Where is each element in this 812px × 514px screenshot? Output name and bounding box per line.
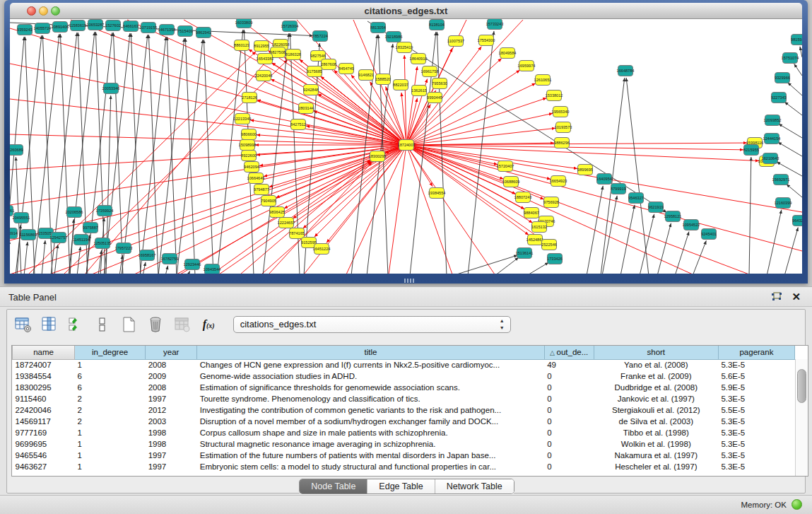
graph-node[interactable]: 18807243 bbox=[514, 192, 532, 203]
cell-pagerank[interactable]: 5.3E-5 bbox=[718, 359, 794, 370]
graph-node[interactable]: 11451194 bbox=[73, 235, 90, 245]
cell-pagerank[interactable]: 5.3E-5 bbox=[718, 461, 794, 472]
table-row[interactable]: 911546021997Tourette syndrome. Phenomeno… bbox=[13, 393, 795, 404]
graph-node[interactable]: 9836425 bbox=[269, 207, 285, 218]
cell-title[interactable]: Changes of HCN gene expression and I(f) … bbox=[197, 359, 544, 370]
cell-short[interactable]: Dudbridge et al. (2008) bbox=[594, 382, 718, 393]
graph-node[interactable]: 20053346 bbox=[102, 83, 120, 94]
cell-year[interactable]: 2008 bbox=[146, 359, 197, 370]
graph-node[interactable]: 8186328 bbox=[286, 49, 301, 60]
graph-node[interactable]: 15136141 bbox=[516, 248, 534, 259]
cell-title[interactable]: Estimation of the future numbers of pati… bbox=[197, 450, 544, 461]
cell-out_degree[interactable]: 0 bbox=[544, 450, 594, 461]
graph-node[interactable]: 11156869 bbox=[20, 230, 37, 240]
graph-node[interactable]: 3915914 bbox=[10, 228, 18, 239]
cell-out_degree[interactable]: 0 bbox=[544, 393, 594, 404]
graph-node[interactable]: 19218986 bbox=[385, 32, 403, 42]
graph-node[interactable]: 18640910 bbox=[410, 54, 428, 64]
cell-out_degree[interactable]: 0 bbox=[544, 382, 594, 393]
cell-pagerank[interactable]: 5.3E-5 bbox=[718, 393, 794, 404]
table-settings-button[interactable] bbox=[13, 314, 34, 335]
cell-title[interactable]: Embryonic stem cells: a model to study s… bbox=[197, 461, 544, 472]
graph-node[interactable]: 12444154 bbox=[763, 134, 781, 144]
cell-name[interactable]: 19384554 bbox=[13, 370, 75, 382]
graph-node[interactable]: 9359243 bbox=[17, 25, 33, 35]
graph-node[interactable]: 17957223 bbox=[115, 243, 133, 254]
graph-node[interactable]: 20206586 bbox=[66, 207, 83, 218]
graph-node[interactable]: 16782759 bbox=[161, 254, 179, 264]
cell-name[interactable]: 9465546 bbox=[13, 450, 75, 461]
graph-node[interactable]: 9546327 bbox=[628, 193, 644, 204]
graph-node[interactable]: 12958121 bbox=[664, 211, 682, 222]
graph-node[interactable]: 9621919 bbox=[648, 202, 664, 213]
graph-node[interactable]: 16958167 bbox=[139, 250, 156, 261]
graph-node[interactable]: 9899695 bbox=[577, 165, 593, 175]
graph-node[interactable]: 17554300 bbox=[478, 35, 495, 46]
table-row[interactable]: 946362711997Embryonic stem cells: a mode… bbox=[13, 461, 795, 472]
graph-node[interactable]: 11007537 bbox=[447, 36, 464, 47]
tab-network-table[interactable]: Network Table bbox=[435, 479, 514, 493]
cell-title[interactable]: Corpus callosum shape and size in male p… bbox=[197, 427, 544, 438]
cell-year[interactable]: 2008 bbox=[146, 382, 197, 393]
graph-node[interactable]: 9227343 bbox=[771, 93, 787, 103]
graph-node[interactable]: 12610651 bbox=[534, 75, 552, 86]
cell-name[interactable]: 9115460 bbox=[13, 393, 75, 404]
network-canvas[interactable]: 1872400788601238912955182260589827508165… bbox=[10, 19, 802, 274]
cell-name[interactable]: 9699695 bbox=[13, 438, 75, 450]
cell-year[interactable]: 1997 bbox=[146, 450, 197, 461]
new-table-button[interactable] bbox=[119, 314, 140, 335]
graph-node[interactable]: 2522546 bbox=[541, 240, 557, 250]
table-row[interactable]: 1872400712008Changes of HCN gene express… bbox=[13, 359, 795, 370]
node-table[interactable]: namein_degreeyeartitle△ out_de...shortpa… bbox=[12, 346, 795, 472]
graph-node[interactable]: 7857224 bbox=[312, 31, 328, 42]
graph-node[interactable]: 8215955 bbox=[743, 145, 759, 156]
cell-pagerank[interactable]: 5.3E-5 bbox=[718, 438, 794, 450]
graph-node[interactable]: 1588520 bbox=[375, 74, 391, 85]
graph-node[interactable]: 16543382 bbox=[257, 54, 274, 64]
cell-short[interactable]: Hescheler et al. (1997) bbox=[594, 461, 718, 472]
cell-pagerank[interactable]: 5.9E-5 bbox=[718, 382, 794, 393]
graph-node[interactable]: 1527602 bbox=[105, 21, 121, 31]
graph-node[interactable]: 9862941 bbox=[196, 28, 211, 38]
graph-node[interactable]: 8922600 bbox=[241, 151, 257, 161]
graph-node[interactable]: 7874165 bbox=[289, 228, 305, 239]
row-height-button[interactable] bbox=[92, 314, 113, 335]
graph-node[interactable]: 8813054 bbox=[370, 23, 386, 33]
table-row[interactable]: 1456911722003Disruption of a novel membe… bbox=[13, 416, 795, 427]
column-header-name[interactable]: name bbox=[13, 346, 75, 359]
graph-node[interactable]: 8912955 bbox=[254, 41, 269, 52]
cell-year[interactable]: 1997 bbox=[146, 393, 197, 404]
cell-name[interactable]: 22420046 bbox=[13, 404, 75, 416]
cell-out_degree[interactable]: 0 bbox=[544, 461, 594, 472]
cell-in_degree[interactable]: 1 bbox=[75, 438, 146, 450]
table-row[interactable]: 969969511998Structural magnetic resonanc… bbox=[13, 438, 795, 450]
cell-in_degree[interactable]: 1 bbox=[75, 359, 146, 370]
cell-name[interactable]: 18300295 bbox=[13, 382, 75, 393]
graph-node[interactable]: 10653287 bbox=[87, 20, 105, 30]
column-header-year[interactable]: year bbox=[146, 346, 197, 359]
insert-column-button[interactable] bbox=[39, 314, 60, 335]
graph-node[interactable]: 10719155 bbox=[140, 23, 158, 33]
graph-node[interactable]: 9146821 bbox=[358, 70, 374, 81]
graph-node[interactable]: 9815914 bbox=[791, 35, 802, 45]
graph-node[interactable]: 16961758 bbox=[421, 66, 439, 77]
graph-node[interactable]: 15098998 bbox=[239, 140, 257, 151]
graph-node[interactable]: 9975887 bbox=[83, 223, 98, 233]
graph-node[interactable]: 9329966 bbox=[775, 73, 790, 83]
graph-node[interactable]: 15733243 bbox=[486, 19, 504, 30]
table-vertical-scrollbar[interactable] bbox=[795, 359, 808, 476]
cell-out_degree[interactable]: 49 bbox=[544, 359, 594, 370]
graph-node[interactable]: 8860123 bbox=[234, 40, 249, 51]
graph-node[interactable]: 8427512 bbox=[290, 119, 306, 130]
cell-in_degree[interactable]: 6 bbox=[75, 382, 146, 393]
column-header-short[interactable]: short bbox=[594, 346, 718, 359]
graph-node[interactable]: 16654923 bbox=[550, 176, 567, 187]
cell-short[interactable]: de Silva et al. (2003) bbox=[594, 416, 718, 427]
graph-node[interactable]: 15726304 bbox=[281, 21, 299, 32]
cell-pagerank[interactable]: 5.3E-5 bbox=[718, 416, 794, 427]
graph-node[interactable]: 22420046 bbox=[255, 71, 273, 81]
tab-edge-table[interactable]: Edge Table bbox=[367, 479, 435, 493]
cell-short[interactable]: Franke et al. (2009) bbox=[594, 370, 718, 382]
cell-short[interactable]: Stergiakouli et al. (2012) bbox=[594, 404, 718, 416]
graph-node[interactable]: 2803144 bbox=[298, 103, 314, 114]
